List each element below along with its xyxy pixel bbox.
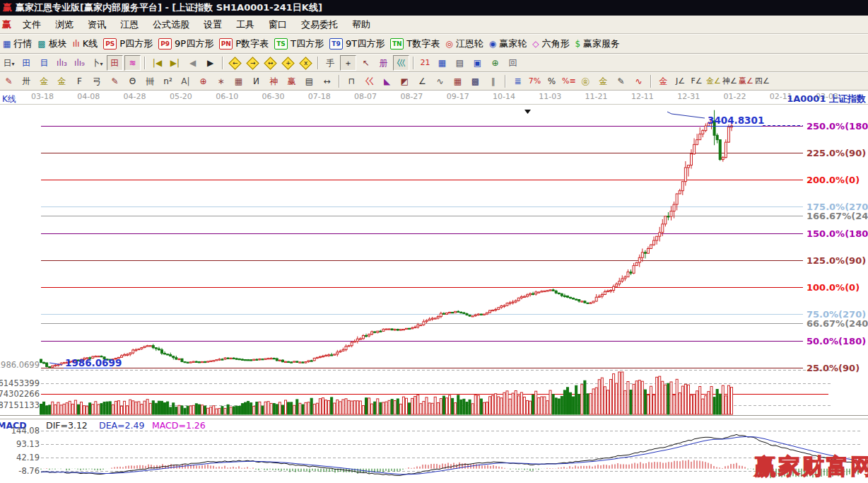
- gold-underline-icon[interactable]: 金: [655, 74, 671, 89]
- shen-ruler-icon[interactable]: 神: [266, 74, 282, 89]
- pc-link-icon[interactable]: 回: [505, 55, 521, 71]
- grid-red-icon[interactable]: ▦: [450, 74, 466, 89]
- shen-angle-icon[interactable]: 神∠: [722, 74, 737, 89]
- toolbar-button-winner-service[interactable]: $赢家服务: [575, 37, 620, 50]
- gold-circle-icon[interactable]: ㊎: [577, 74, 594, 89]
- f-ruler-icon[interactable]: F: [71, 74, 88, 89]
- box-plot-tool-icon[interactable]: ⊓: [344, 74, 360, 89]
- gauge-circle-icon[interactable]: Θ: [124, 74, 141, 89]
- gann-window-icon[interactable]: 田: [107, 55, 123, 71]
- candle-style-dropdown-icon[interactable]: 卜▾: [89, 55, 105, 71]
- trend-lines-icon[interactable]: ∠: [414, 74, 430, 89]
- gold-ruler-2-icon[interactable]: 金: [54, 74, 70, 89]
- notes-icon[interactable]: ▤: [452, 55, 468, 71]
- h-measure-icon[interactable]: ↔: [319, 74, 335, 89]
- grid-box-icon[interactable]: ▦: [230, 74, 247, 89]
- expand-h-diamond-icon[interactable]: ↔: [264, 57, 276, 69]
- four-angle-icon[interactable]: 四∠: [754, 74, 769, 89]
- save-icon[interactable]: ▣: [469, 55, 486, 71]
- grid-dark-icon[interactable]: ▩: [467, 74, 483, 89]
- percent-tool-icon[interactable]: %: [544, 74, 560, 89]
- pointer-tool-icon[interactable]: ↖: [358, 55, 374, 71]
- last-page-icon[interactable]: ▶|: [167, 55, 183, 71]
- zoom-in-diamond-icon[interactable]: +: [281, 57, 294, 69]
- menu-item-help[interactable]: 帮助: [345, 16, 377, 33]
- window-titlebar[interactable]: 赢 赢家江恩专业版[赢家内部服务平台] - [上证指数 SH1A0001-241…: [0, 0, 868, 16]
- info-panel-icon[interactable]: 目: [36, 55, 52, 71]
- bars-9-icon[interactable]: ılı₉: [71, 55, 88, 71]
- fan-box-icon[interactable]: ◣: [379, 74, 395, 89]
- n-wave-icon[interactable]: И: [248, 74, 264, 89]
- calculator-icon[interactable]: ▦: [434, 55, 450, 71]
- wave-red-icon[interactable]: ∿: [631, 74, 647, 89]
- price-ladder-icon[interactable]: ≣: [510, 74, 526, 89]
- menu-item-browse[interactable]: 浏览: [48, 16, 81, 33]
- f-angle-icon[interactable]: F∠: [689, 74, 704, 89]
- toolbar-button-p-number-table[interactable]: PNP数字表: [219, 37, 269, 50]
- toolbar-button-p-square[interactable]: PSP四方形: [103, 37, 153, 50]
- menu-item-tools[interactable]: 工具: [229, 16, 262, 33]
- color-histogram-icon[interactable]: ≋: [124, 55, 141, 71]
- menu-logo-icon: 赢: [2, 18, 11, 31]
- pencil-tool-icon[interactable]: ✎: [1, 74, 17, 89]
- brush-tool-icon[interactable]: ✎: [107, 74, 123, 89]
- toolbar-button-t-square[interactable]: TST四方形: [274, 37, 324, 50]
- n-square-tool-icon[interactable]: n²: [160, 74, 176, 89]
- parallel-lines-icon[interactable]: ∥: [485, 74, 501, 89]
- gold-angle-icon[interactable]: 金∠: [705, 74, 720, 89]
- hand-tool-icon[interactable]: 手: [322, 55, 339, 71]
- j-angle-icon[interactable]: J∠: [673, 74, 688, 89]
- toolbar-button-hexagon[interactable]: ◇六角形: [532, 37, 569, 50]
- toolbar-button-9t-square[interactable]: T99T四方形: [329, 37, 385, 50]
- menu-item-formula-stock-pick[interactable]: 公式选股: [146, 16, 197, 33]
- svg-text:50.0%(180): 50.0%(180): [807, 336, 866, 347]
- toolbar-button-sectors[interactable]: ▩板块: [37, 37, 66, 50]
- bars-3-icon[interactable]: ılı₃: [54, 55, 70, 71]
- target-circle-icon[interactable]: ⊕: [195, 74, 211, 89]
- menu-item-gann[interactable]: 江恩: [113, 16, 146, 33]
- svg-text:3404.8301: 3404.8301: [708, 115, 764, 126]
- ray-fan-icon[interactable]: 巜: [361, 74, 377, 89]
- toolbar-button-gann-wheel[interactable]: ◎江恩轮: [445, 37, 483, 50]
- fan-box-2-icon[interactable]: ◩: [397, 74, 413, 89]
- chart-area[interactable]: 03-1804-0804-2805-2006-1006-3007-1808-07…: [0, 91, 868, 483]
- menu-item-window[interactable]: 窗口: [262, 16, 294, 33]
- spiral-tool-icon[interactable]: 弓: [89, 74, 105, 89]
- menu-item-file[interactable]: 文件: [16, 16, 48, 33]
- toolbar-button-kline[interactable]: ılıK线: [73, 37, 98, 50]
- page-next-icon[interactable]: ▶: [202, 55, 218, 71]
- star-circle-icon[interactable]: ∗: [213, 74, 229, 89]
- ruler-123-icon[interactable]: ▤: [301, 74, 317, 89]
- tick-ruler-icon[interactable]: 卌: [142, 74, 158, 89]
- gold-ruler-1-icon[interactable]: 金: [36, 74, 52, 89]
- zoom-out-diamond-icon[interactable]: x: [299, 57, 312, 69]
- toolbar-button-t-number-table[interactable]: TNT数字表: [390, 37, 440, 50]
- window-layout-icon[interactable]: 田: [18, 55, 35, 71]
- toolbar-button-quotes[interactable]: ▦行情: [3, 37, 32, 50]
- toolbar-button-winner-wheel[interactable]: ◉赢家轮: [489, 37, 527, 50]
- smart-tool-icon[interactable]: 巛: [393, 55, 409, 71]
- gann-toolbox-icon[interactable]: 册: [375, 55, 392, 71]
- menu-item-news[interactable]: 资讯: [81, 16, 113, 33]
- pen-flag-icon[interactable]: ✎: [613, 74, 629, 89]
- shift-left-diamond-icon[interactable]: ←: [228, 57, 241, 69]
- percent-lines-icon[interactable]: %≡: [561, 74, 576, 89]
- zigzag-tool-icon[interactable]: ∿: [432, 74, 448, 89]
- mirror-tool-icon[interactable]: A|: [177, 74, 194, 89]
- web-sync-icon[interactable]: ⊕: [487, 55, 503, 71]
- menu-item-trade-order[interactable]: 交易委托: [294, 16, 345, 33]
- toolbar-button-9p-square[interactable]: P99P四方形: [158, 37, 213, 50]
- kline-period-dropdown-icon[interactable]: 日▾: [1, 55, 17, 71]
- gold-lines-icon[interactable]: 金: [595, 74, 611, 89]
- ruler-ticks-icon[interactable]: 卅: [18, 74, 35, 89]
- page-prev-icon[interactable]: ◀: [184, 55, 201, 71]
- calendar-icon[interactable]: 21: [418, 55, 433, 71]
- first-page-icon[interactable]: |◀: [149, 55, 165, 71]
- percent-retrace-icon[interactable]: 7%: [527, 74, 542, 89]
- crosshair-tool-icon[interactable]: ＋: [340, 55, 356, 71]
- shift-right-diamond-icon[interactable]: →: [246, 57, 259, 69]
- kline-chart[interactable]: 03-1804-0804-2805-2006-1006-3007-1808-07…: [0, 91, 868, 483]
- menu-item-settings[interactable]: 设置: [197, 16, 229, 33]
- ying-angle-icon[interactable]: 赢∠: [738, 74, 753, 89]
- ying-ruler-icon[interactable]: 赢: [283, 74, 300, 89]
